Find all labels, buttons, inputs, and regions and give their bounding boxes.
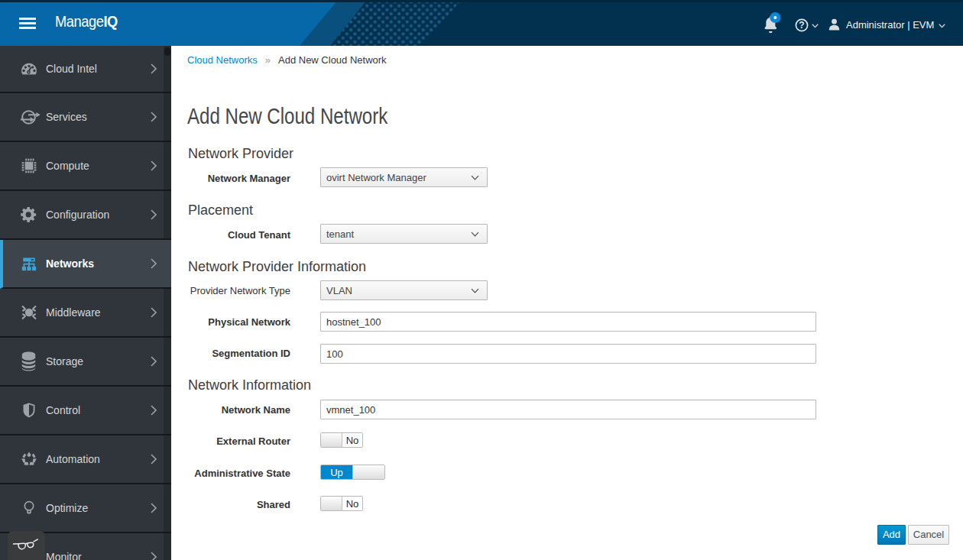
svg-text:?: ? [799, 20, 804, 31]
